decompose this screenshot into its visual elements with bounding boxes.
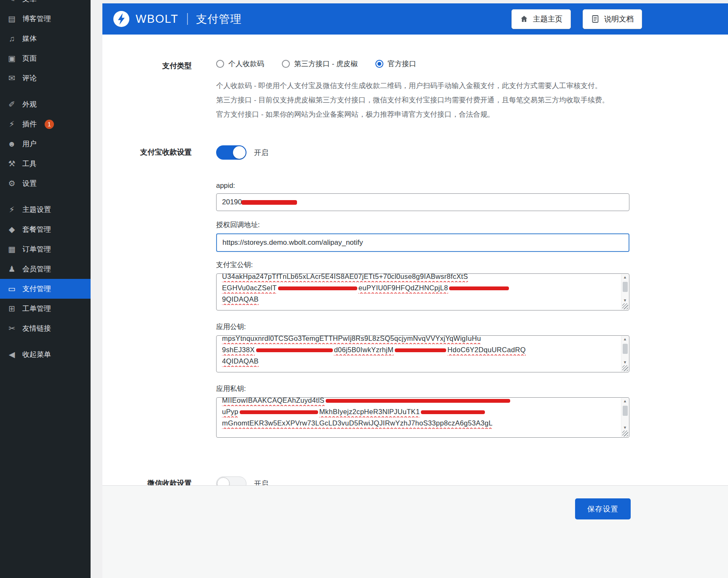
wechat-settings-label: 微信收款设置 [102,476,192,485]
sidebar-item-label: 支付管理 [22,284,51,294]
redaction-bar [240,410,318,414]
scroll-thumb[interactable] [623,344,628,354]
sidebar-item-users[interactable]: ☻用户 [0,134,91,154]
sidebar-item-comments[interactable]: ✉评论 [0,68,91,88]
sidebar-item-pages[interactable]: ▣页面 [0,48,91,68]
scroll-thumb[interactable] [623,282,628,292]
key-line: uPypMkhBIyejz2cpHeR3NlPJUuTK1 [222,406,616,417]
sidebar-item-label: 评论 [22,73,37,83]
alipay-toggle[interactable] [216,145,246,160]
comments-icon: ✉ [7,73,17,83]
payment-type-descriptions: 个人收款码 - 即使用个人支付宝及微信支付生成收款二维码，用户扫码手动输入金额支… [216,79,629,122]
sidebar-item-label: 收起菜单 [22,350,51,359]
wechat-toggle-label: 开启 [254,479,268,486]
alipay-public-key-textarea[interactable]: U34akHpa247pTfTnLb65xLAcr5E4IS8AE07jETt5… [216,273,629,310]
sidebar-item-label: 设置 [22,179,37,188]
alipay-public-key-label: 支付宝公钥: [216,260,629,270]
scroll-thumb[interactable] [623,406,628,416]
sidebar-item-posts[interactable]: ✎文章 [0,0,91,9]
wechat-toggle[interactable] [216,476,246,485]
key-line: EGHVu0acZSelTeuPYIU0F9HFQdZHNCpjL8 [222,282,616,294]
settings-footer: 保存设置 [102,485,728,578]
sidebar-item-appearance[interactable]: ✐外观 [0,94,91,114]
redaction-bar [241,200,297,205]
key-line: 9shEJ38Xd06j5B0IwkYzrhjMHdoC6Y2DquURCadR… [222,344,616,356]
save-settings-button[interactable]: 保存设置 [575,498,631,519]
sidebar-item-label: 会员管理 [22,264,51,274]
sidebar-item-ticket-manage[interactable]: ⊞工单管理 [0,299,91,318]
resize-grip-icon[interactable] [622,431,628,436]
theme-home-button[interactable]: 主题主页 [511,9,571,29]
sidebar-item-payment-manage[interactable]: ▭支付管理 [0,279,91,299]
sidebar-group-gap [0,338,91,345]
scroll-up-icon[interactable]: ▲ [623,336,627,343]
payment-type-option-1[interactable]: 第三方接口 - 虎皮椒 [282,59,358,69]
scroll-down-icon[interactable]: ▼ [623,297,627,304]
main-area: WBOLT 支付管理 主题主页 说明文档 [91,3,728,578]
sidebar-item-package-manage[interactable]: ◆套餐管理 [0,219,91,239]
wordpress-admin-payment-settings-page: { "colors": { "accent": "#1463d2", "badg… [0,0,728,578]
sidebar-item-media[interactable]: ♫媒体 [0,29,91,48]
radio-icon [216,60,224,68]
resize-grip-icon[interactable] [622,365,628,371]
payment-type-description: 官方支付接口 - 如果你的网站为企业备案网站，极力推荐申请官方支付接口，合法合规… [216,107,629,122]
docs-button-label: 说明文档 [604,14,634,24]
scroll-down-icon[interactable]: ▼ [623,425,627,431]
sidebar-item-collapse-menu[interactable]: ◀收起菜单 [0,345,91,364]
sidebar-item-settings[interactable]: ⚙设置 [0,174,91,193]
payment-type-option-2[interactable]: 官方接口 [375,59,416,69]
scroll-up-icon[interactable]: ▲ [623,274,627,281]
sidebar-item-tools[interactable]: ⚒工具 [0,154,91,174]
sidebar-item-plugins[interactable]: ⚡插件1 [0,114,91,134]
sidebar-item-label: 工单管理 [22,304,51,313]
callback-url-input[interactable] [216,233,629,252]
update-count-badge: 1 [45,120,54,129]
appid-input[interactable]: 20190 [216,193,629,211]
key-line: U34akHpa247pTfTnLb65xLAcr5E4IS8AE07jETt5… [222,273,616,282]
payment-type-description: 第三方接口 - 目前仅支持虎皮椒第三方支付接口，微信支付和支付宝接口均需要付费开… [216,93,629,107]
sidebar-item-friend-links[interactable]: ✂友情链接 [0,318,91,338]
sidebar-menu: ✎文章▤博客管理♫媒体▣页面✉评论✐外观⚡插件1☻用户⚒工具⚙设置⚡主题设置◆套… [0,0,91,364]
payment-type-option-0[interactable]: 个人收款码 [216,59,264,69]
settings-card: 支付类型 个人收款码第三方接口 - 虎皮椒官方接口 个人收款码 - 即使用个人支… [102,35,728,485]
key-fields: 支付宝公钥: U34akHpa247pTfTnLb65xLAcr5E4IS8AE… [216,260,629,438]
payment-manage-icon: ▭ [7,284,17,294]
page-title: 支付管理 [196,12,242,27]
app-public-key-label: 应用公钥: [216,322,629,332]
package-manage-icon: ◆ [7,225,17,234]
sidebar-item-blog-manage[interactable]: ▤博客管理 [0,9,91,29]
alipay-fields: appid: 20190 授权回调地址: 支付宝公钥: U34akHpa247p… [216,182,629,438]
key-text: MIIEowIBAAKCAQEAhZuyd4tlSuPypMkhBIyejz2c… [222,397,616,429]
field-appid: appid: 20190 [216,182,629,211]
redaction-bar [449,286,509,290]
key-text: U34akHpa247pTfTnLb65xLAcr5E4IS8AE07jETt5… [222,273,616,305]
header-actions: 主题主页 说明文档 [511,9,717,29]
sidebar-item-order-manage[interactable]: ▦订单管理 [0,239,91,259]
toggle-knob [217,477,230,485]
key-text: mpsYtnquxnrdl0TCSGo3TemgETTHPwIj8Rs9L8zS… [222,335,616,367]
users-icon: ☻ [7,139,17,149]
scroll-up-icon[interactable]: ▲ [623,398,627,404]
theme-home-button-label: 主题主页 [533,14,562,24]
radio-label: 第三方接口 - 虎皮椒 [294,59,358,69]
sidebar-item-member-manage[interactable]: ♟会员管理 [0,259,91,279]
order-manage-icon: ▦ [7,244,17,254]
sidebar-item-theme-settings[interactable]: ⚡主题设置 [0,200,91,219]
app-private-key-textarea[interactable]: MIIEowIBAAKCAQEAhZuyd4tlSuPypMkhBIyejz2c… [216,397,629,438]
sidebar-item-label: 外观 [22,99,37,109]
sidebar-item-label: 工具 [22,159,37,169]
sidebar-item-label: 套餐管理 [22,225,51,234]
member-manage-icon: ♟ [7,264,17,274]
field-callback-url: 授权回调地址: [216,220,629,252]
posts-icon: ✎ [7,0,17,4]
app-public-key-textarea[interactable]: mpsYtnquxnrdl0TCSGo3TemgETTHPwIj8Rs9L8zS… [216,335,629,372]
redaction-bar [256,348,333,352]
media-icon: ♫ [7,34,17,43]
docs-icon [591,15,600,23]
wbolt-logo-icon [113,11,129,27]
appearance-icon: ✐ [7,99,17,109]
field-alipay-public-key: 支付宝公钥: U34akHpa247pTfTnLb65xLAcr5E4IS8AE… [216,260,629,310]
docs-button[interactable]: 说明文档 [583,9,642,29]
resize-grip-icon[interactable] [622,303,628,309]
scroll-down-icon[interactable]: ▼ [623,359,627,366]
